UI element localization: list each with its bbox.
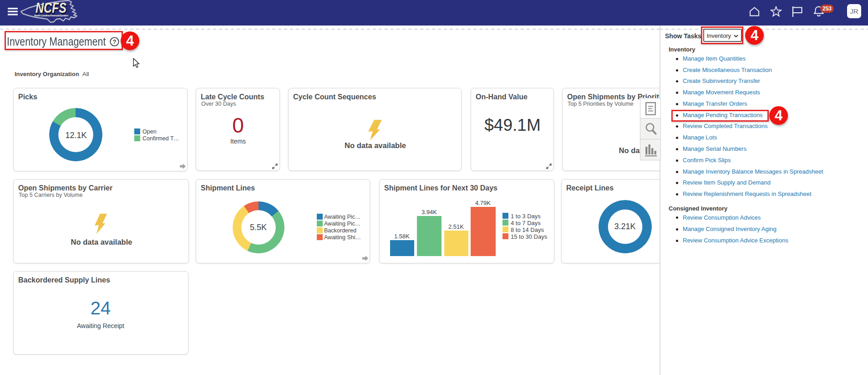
svg-text:North Carolina Financial Syste: North Carolina Financial System bbox=[34, 14, 68, 17]
